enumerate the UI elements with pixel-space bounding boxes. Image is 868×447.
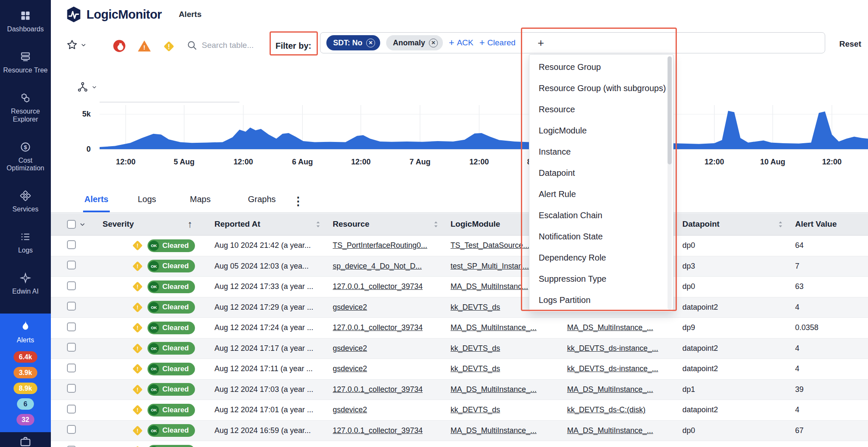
filter-dropdown-item[interactable]: Notification State — [529, 226, 673, 247]
logicmodule-link[interactable]: test_SP_Multi_Instan... — [451, 262, 529, 270]
sort-icon[interactable] — [315, 221, 321, 228]
dropdown-scrollbar[interactable] — [668, 56, 672, 310]
sidebar-item-cost-optimization[interactable]: $ Cost Optimization — [0, 142, 51, 173]
resource-link[interactable]: sp_device_4_Do_Not_D... — [333, 262, 422, 270]
row-checkbox[interactable] — [67, 364, 76, 372]
row-checkbox[interactable] — [67, 343, 76, 352]
search-input[interactable] — [202, 41, 278, 50]
instance-link[interactable]: kk_DEVTS_ds-instance_... — [567, 364, 658, 373]
saved-views-star-button[interactable] — [66, 39, 86, 51]
resource-link[interactable]: gsdevice2 — [333, 344, 367, 353]
more-tabs-menu-icon[interactable]: ⋮ — [292, 194, 304, 208]
resource-link[interactable]: 127.0.0.1_collector_39734 — [333, 385, 423, 394]
error-severity-filter-icon[interactable]: ! — [137, 39, 151, 54]
sidebar-item-resource-explorer[interactable]: Resource Explorer — [0, 92, 51, 124]
select-menu-chevron-icon[interactable] — [79, 221, 86, 228]
row-checkbox[interactable] — [67, 302, 76, 311]
remove-chip-icon[interactable]: ✕ — [366, 39, 375, 47]
warning-severity-filter-icon[interactable]: ! — [162, 39, 176, 55]
alert-value-cell: 4 — [791, 303, 868, 312]
scrollbar-thumb[interactable] — [668, 56, 672, 164]
column-header-alert-value[interactable]: Alert Value — [791, 213, 868, 235]
add-cleared-filter-button[interactable]: + Cleared — [479, 38, 515, 47]
logicmodule-link[interactable]: kk_DEVTS_ds — [451, 364, 500, 373]
remove-chip-icon[interactable]: ✕ — [429, 39, 438, 47]
filter-dropdown-item[interactable]: LogicModule — [529, 120, 673, 141]
tab-alerts[interactable]: Alerts — [83, 188, 110, 212]
filter-dropdown-item[interactable]: Resource — [529, 99, 673, 120]
add-filter-button[interactable]: + — [537, 37, 544, 48]
filter-dropdown-item[interactable]: Suppression Type — [529, 268, 673, 289]
add-ack-filter-button[interactable]: + ACK — [449, 38, 473, 47]
cleared-status-badge: OKCleared — [147, 301, 195, 314]
sidebar-item-logs[interactable]: Logs — [0, 231, 51, 255]
alert-count-badge[interactable]: 8.9k — [14, 383, 37, 394]
instance-link[interactable]: MA_DS_MultiInstance_... — [567, 426, 653, 435]
filter-dropdown-item[interactable]: Dependency Role — [529, 247, 673, 268]
row-checkbox[interactable] — [67, 384, 76, 393]
sidebar-item-dashboards[interactable]: Dashboards — [0, 10, 51, 33]
logicmodule-link[interactable]: MA_DS_MultiInstance_... — [451, 385, 537, 394]
resource-link[interactable]: gsdevice2 — [333, 303, 367, 311]
filter-chip-sdt[interactable]: SDT: No ✕ — [326, 35, 380, 50]
reset-filters-button[interactable]: Reset — [839, 39, 861, 49]
logicmodule-link[interactable]: MA_DS_MultiInstanc... — [451, 282, 528, 291]
row-checkbox[interactable] — [67, 240, 76, 249]
instance-link[interactable]: MA_DS_MultiInstance_... — [567, 385, 653, 394]
column-header-reported-at[interactable]: Reported At — [210, 213, 328, 235]
alert-count-badge[interactable]: 6 — [17, 398, 34, 410]
filter-dropdown-item[interactable]: Escalation Chain — [529, 205, 673, 226]
logicmonitor-logo[interactable]: LogicMonitor — [65, 6, 162, 23]
logicmodule-link[interactable]: kk_DEVTS_ds — [451, 344, 500, 353]
resource-link[interactable]: gsdevice2 — [333, 364, 367, 373]
instance-link[interactable]: kk_DEVTS_ds-instance_... — [567, 344, 658, 353]
tab-graphs[interactable]: Graphs — [247, 188, 277, 212]
filter-dropdown-item[interactable]: Resource Group — [529, 56, 673, 78]
filter-dropdown-item[interactable]: Resource Group (with subgroups) — [529, 78, 673, 99]
row-checkbox[interactable] — [67, 405, 76, 414]
logicmodule-link[interactable]: MA_DS_MultiInstance_... — [451, 323, 537, 332]
logicmodule-link[interactable]: kk_DEVTS_ds — [451, 405, 500, 414]
column-header-severity[interactable]: Severity ↑ — [98, 213, 210, 235]
select-all-checkbox[interactable] — [67, 220, 76, 229]
sidebar-item-services[interactable]: Services — [0, 190, 51, 214]
top-header: LogicMonitor Alerts — [51, 0, 868, 29]
sort-icon[interactable] — [778, 221, 783, 228]
row-checkbox[interactable] — [67, 281, 76, 290]
alert-count-badge[interactable]: 6.4k — [14, 351, 37, 363]
alert-count-badge[interactable]: 32 — [17, 414, 34, 425]
resource-link[interactable]: 127.0.0.1_collector_39734 — [333, 323, 423, 332]
sidebar-item-alerts[interactable]: Alerts 6.4k3.9k8.9k632 — [0, 314, 51, 432]
logicmodule-link[interactable]: MA_DS_MultiInstance_... — [451, 426, 537, 435]
alert-count-badge[interactable]: 3.9k — [14, 367, 37, 378]
x-axis-tick-label: 12:00 — [234, 158, 253, 167]
sidebar-item-edwin-ai[interactable]: Edwin AI — [0, 272, 51, 296]
tab-logs[interactable]: Logs — [136, 188, 157, 212]
filter-chip-anomaly[interactable]: Anomaly ✕ — [386, 35, 443, 50]
chart-grouping-button[interactable] — [77, 81, 97, 92]
filter-dropdown-item[interactable]: Instance — [529, 141, 673, 162]
filter-dropdown-item[interactable]: Alert Rule — [529, 183, 673, 205]
logicmodule-link[interactable]: TS_Test_DataSource... — [451, 241, 529, 250]
sidebar-item-resource-tree[interactable]: Resource Tree — [0, 51, 51, 75]
sidebar-item-reports[interactable] — [0, 436, 51, 447]
sort-ascending-icon[interactable]: ↑ — [188, 219, 193, 230]
row-checkbox[interactable] — [67, 261, 76, 269]
resource-link[interactable]: 127.0.0.1_collector_39734 — [333, 282, 423, 291]
row-checkbox[interactable] — [67, 322, 76, 331]
tab-maps[interactable]: Maps — [189, 188, 212, 212]
sort-icon[interactable] — [433, 221, 439, 228]
column-header-resource[interactable]: Resource — [328, 213, 446, 235]
resource-link[interactable]: 127.0.0.1_collector_39734 — [333, 426, 423, 435]
resource-link[interactable]: TS_PortInterfaceRouting0... — [333, 241, 427, 250]
filter-dropdown-item[interactable]: Datapoint — [529, 162, 673, 183]
instance-link[interactable]: MA_DS_MultiInstance_... — [567, 323, 653, 332]
filter-dropdown-item[interactable]: Logs Partition — [529, 289, 673, 311]
resource-link[interactable]: gsdevice2 — [333, 405, 367, 414]
critical-severity-filter-icon[interactable] — [113, 39, 126, 54]
row-checkbox[interactable] — [67, 425, 76, 434]
logicmodule-link[interactable]: kk_DEVTS_ds — [451, 303, 500, 311]
sidebar-item-label: Edwin AI — [11, 288, 40, 296]
column-header-datapoint[interactable]: Datapoint — [678, 213, 791, 235]
instance-link[interactable]: kk_DEVTS_ds-C:(disk) — [567, 405, 645, 414]
